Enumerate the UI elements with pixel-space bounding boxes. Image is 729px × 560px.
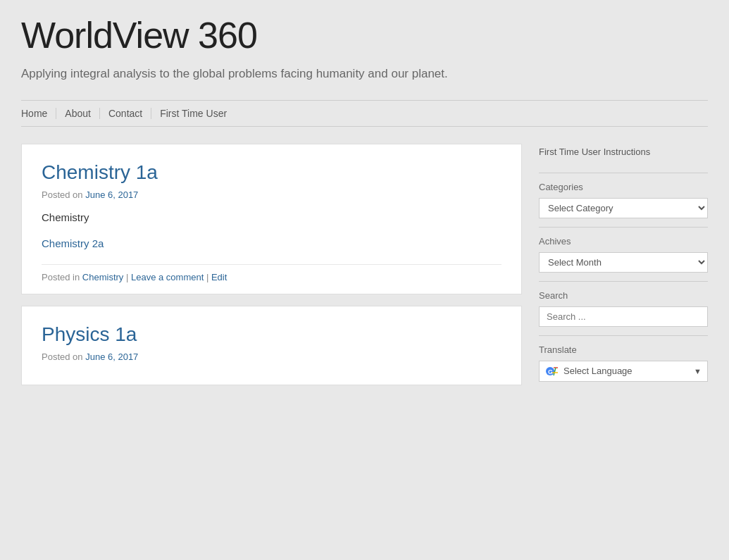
post-1-related-link-anchor[interactable]: Chemistry 2a: [42, 237, 104, 249]
post-1-footer-sep2: |: [206, 272, 211, 282]
page-wrapper: WorldView 360 Applying integral analysis…: [0, 0, 729, 560]
sidebar-categories-label: Categories: [539, 182, 708, 192]
sidebar-search-label: Search: [539, 290, 708, 301]
post-card-1: Chemistry 1a Posted on June 6, 2017 Chem…: [21, 144, 522, 294]
site-description: Applying integral analysis to the global…: [21, 65, 708, 83]
svg-text:G: G: [548, 368, 553, 375]
sidebar-search-input[interactable]: [539, 306, 708, 327]
post-2-title: Physics 1a: [42, 323, 501, 346]
post-1-date[interactable]: June 6, 2017: [85, 189, 138, 200]
google-translate-icon: G: [545, 364, 559, 378]
post-1-footer-comment[interactable]: Leave a comment: [131, 272, 204, 282]
nav-item-first-time-user[interactable]: First Time User: [151, 108, 235, 119]
sidebar-first-time-user-link[interactable]: First Time User Instructions: [539, 144, 708, 164]
sidebar: First Time User Instructions Categories …: [539, 144, 708, 382]
nav-item-contact[interactable]: Contact: [100, 108, 151, 119]
post-2-title-link[interactable]: Physics 1a: [42, 323, 137, 345]
post-1-footer-sep1: |: [126, 272, 131, 282]
sidebar-archives: Achives Select Month: [539, 236, 708, 273]
site-title: WorldView 360: [21, 14, 708, 56]
post-2-meta: Posted on June 6, 2017: [42, 351, 501, 362]
post-1-meta: Posted on June 6, 2017: [42, 189, 501, 200]
sidebar-divider-4: [539, 335, 708, 336]
sidebar-categories-select[interactable]: Select Category: [539, 198, 708, 218]
post-1-footer: Posted in Chemistry | Leave a comment | …: [42, 264, 501, 282]
post-card-2: Physics 1a Posted on June 6, 2017: [21, 306, 522, 385]
post-1-posted-on-label: Posted on: [42, 189, 83, 200]
post-2-date[interactable]: June 6, 2017: [85, 351, 138, 362]
main-content: Chemistry 1a Posted on June 6, 2017 Chem…: [21, 144, 522, 385]
nav-bar: Home About Contact First Time User: [21, 100, 708, 127]
sidebar-translate-label: Translate: [539, 344, 708, 355]
post-1-footer-posted-in: Posted in: [42, 272, 80, 282]
nav-item-home[interactable]: Home: [21, 108, 56, 119]
sidebar-first-time-user: First Time User Instructions: [539, 144, 708, 164]
post-1-related-link: Chemistry 2a: [42, 237, 501, 250]
sidebar-categories: Categories Select Category: [539, 182, 708, 218]
sidebar-divider-1: [539, 173, 708, 173]
sidebar-translate-text: Select Language: [563, 366, 691, 376]
nav-item-about[interactable]: About: [56, 108, 100, 119]
post-1-title-link[interactable]: Chemistry 1a: [42, 161, 158, 183]
post-1-footer-edit[interactable]: Edit: [211, 272, 227, 282]
sidebar-divider-2: [539, 227, 708, 228]
post-1-footer-category[interactable]: Chemistry: [82, 272, 124, 282]
sidebar-translate-widget[interactable]: G Select Language ▼: [539, 361, 708, 382]
sidebar-archives-label: Achives: [539, 236, 708, 247]
post-1-title: Chemistry 1a: [42, 161, 501, 184]
sidebar-translate-arrow: ▼: [694, 367, 702, 375]
sidebar-search: Search: [539, 290, 708, 327]
sidebar-translate: Translate G Select Language ▼: [539, 344, 708, 382]
sidebar-divider-3: [539, 281, 708, 282]
sidebar-archives-select[interactable]: Select Month: [539, 252, 708, 273]
post-1-content: Chemistry: [42, 211, 501, 223]
post-2-posted-on-label: Posted on: [42, 351, 83, 362]
content-area: Chemistry 1a Posted on June 6, 2017 Chem…: [21, 144, 708, 385]
